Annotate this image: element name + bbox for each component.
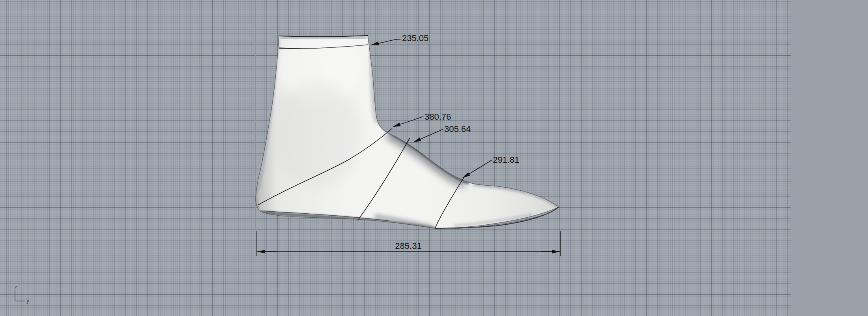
collar-line-dark-segment	[279, 48, 301, 49]
leader-annotation-instep-girth[interactable]: 305.64	[413, 124, 471, 142]
gnomon-z-label: z	[14, 284, 17, 290]
dimension-value: 285.31	[395, 241, 421, 251]
gnomon-lines	[15, 290, 25, 301]
leader-line	[393, 117, 423, 127]
leader-annotation-ball-girth[interactable]: 291.81	[463, 155, 519, 178]
axis-gnomon: z y	[14, 284, 30, 304]
leader-line	[463, 160, 492, 178]
scene-overlay: 235.05 380.76 305.64 291.81 285.31 z	[0, 0, 868, 316]
leader-value: 380.76	[425, 112, 451, 122]
leader-annotation-long-heel-girth[interactable]: 380.76	[393, 112, 451, 127]
leader-value: 291.81	[493, 155, 519, 165]
leader-value: 305.64	[444, 124, 471, 134]
leader-annotation-top-line[interactable]: 235.05	[371, 33, 428, 45]
top-rim-edge	[279, 36, 368, 37]
leader-value: 235.05	[402, 33, 428, 43]
leader-line	[371, 39, 401, 45]
leader-line	[413, 129, 443, 142]
shoe-last-model[interactable]	[256, 30, 559, 229]
cad-viewport[interactable]: 235.05 380.76 305.64 291.81 285.31 z	[0, 0, 868, 316]
gnomon-y-label: y	[26, 297, 30, 304]
linear-dimension-sole-length[interactable]: 285.31	[256, 231, 561, 256]
